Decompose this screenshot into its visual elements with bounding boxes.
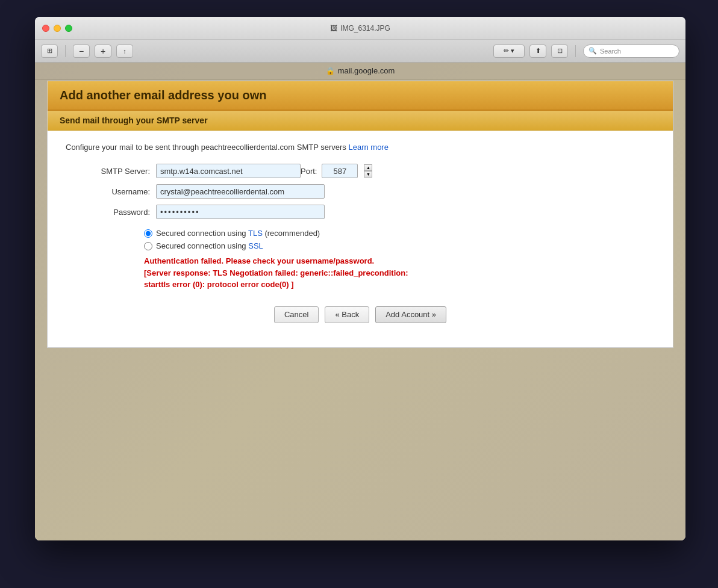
slideshow-button[interactable]: ⊡: [551, 45, 568, 58]
search-icon: 🔍: [588, 47, 597, 55]
url-bar: 🔒 mail.google.com: [35, 63, 685, 79]
dialog-body: Configure your mail to be sent through p…: [48, 131, 673, 347]
annotate-button[interactable]: ✏ ▾: [493, 45, 525, 58]
zoom-out-icon: −: [79, 46, 84, 56]
share-icon: ↑: [123, 48, 126, 55]
tls-radio[interactable]: [144, 229, 152, 238]
password-label: Password:: [78, 208, 150, 217]
smtp-server-row: SMTP Server: Port: ▲ ▼: [78, 164, 655, 178]
toolbar: ⊞ − + ↑ ✏ ▾ ⬆ ⊡ 🔍 Search: [35, 40, 685, 63]
tls-radio-row: Secured connection using TLS (recommende…: [144, 229, 655, 238]
share-button[interactable]: ↑: [116, 45, 133, 58]
password-row: Password:: [78, 205, 655, 219]
error-line-3: starttls error (0): protocol error code(…: [144, 279, 655, 291]
ssl-label: Secured connection using SSL: [156, 241, 263, 250]
gmail-smtp-dialog: Add another email address you own Send m…: [47, 81, 673, 348]
dialog-title: Add another email address you own: [60, 88, 661, 102]
port-input[interactable]: [322, 164, 358, 178]
slideshow-icon: ⊡: [557, 47, 563, 55]
error-line-1: Authentication failed. Please check your…: [144, 255, 655, 267]
add-account-button[interactable]: Add Account »: [375, 306, 446, 323]
tls-label: Secured connection using TLS (recommende…: [156, 229, 320, 238]
ssl-radio[interactable]: [144, 242, 152, 250]
export-button[interactable]: ⬆: [529, 45, 546, 58]
port-label: Port:: [301, 167, 317, 176]
smtp-server-input[interactable]: [156, 164, 301, 178]
dialog-subheader: Send mail through your SMTP server: [48, 111, 673, 131]
error-line-2: [Server response: TLS Negotiation failed…: [144, 267, 655, 279]
tls-link[interactable]: TLS: [248, 229, 263, 238]
sidebar-toggle-button[interactable]: ⊞: [41, 45, 58, 58]
cancel-button[interactable]: Cancel: [274, 306, 319, 323]
learn-more-link[interactable]: Learn more: [348, 143, 388, 152]
dialog-subheader-text: Send mail through your SMTP server: [60, 116, 661, 125]
password-input[interactable]: [156, 205, 325, 219]
url-display: 🔒 mail.google.com: [326, 66, 395, 75]
maximize-button[interactable]: [65, 25, 72, 32]
lock-icon: 🔒: [326, 67, 335, 75]
form-table: SMTP Server: Port: ▲ ▼: [78, 164, 655, 219]
smtp-label: SMTP Server:: [78, 167, 150, 176]
radio-group: Secured connection using TLS (recommende…: [144, 229, 655, 250]
title-bar: 🖼 IMG_6314.JPG: [35, 17, 685, 40]
annotate-icon: ✏ ▾: [504, 47, 514, 55]
preview-window: 🖼 IMG_6314.JPG ⊞ − + ↑ ✏ ▾ ⬆ ⊡ 🔍: [35, 17, 685, 540]
back-button[interactable]: « Back: [325, 306, 369, 323]
content-area: 🔒 mail.google.com Add another email addr…: [35, 63, 685, 540]
dialog-header: Add another email address you own: [48, 81, 673, 111]
toolbar-divider: [65, 45, 66, 57]
search-box: 🔍 Search: [583, 45, 679, 58]
sidebar-icon: ⊞: [47, 47, 52, 55]
zoom-in-icon: +: [101, 46, 105, 56]
traffic-lights: [42, 25, 72, 32]
minimize-button[interactable]: [54, 25, 61, 32]
username-label: Username:: [78, 187, 150, 196]
username-input[interactable]: [156, 184, 325, 199]
zoom-in-button[interactable]: +: [95, 45, 111, 58]
zoom-out-button[interactable]: −: [73, 45, 90, 58]
browser-content: 🔒 mail.google.com Add another email addr…: [35, 63, 685, 540]
export-icon: ⬆: [535, 47, 541, 55]
button-row: Cancel « Back Add Account »: [66, 300, 655, 335]
port-decrement-button[interactable]: ▼: [364, 171, 372, 178]
username-row: Username:: [78, 184, 655, 199]
error-message: Authentication failed. Please check your…: [144, 255, 655, 291]
toolbar-divider-2: [575, 45, 576, 57]
window-title: 🖼 IMG_6314.JPG: [330, 24, 390, 32]
port-group: Port: ▲ ▼: [301, 164, 372, 178]
close-button[interactable]: [42, 25, 49, 32]
file-icon: 🖼: [330, 24, 337, 32]
config-description: Configure your mail to be sent through p…: [66, 143, 655, 152]
ssl-link[interactable]: SSL: [248, 241, 263, 250]
port-increment-button[interactable]: ▲: [364, 164, 372, 171]
port-stepper: ▲ ▼: [364, 164, 372, 178]
ssl-radio-row: Secured connection using SSL: [144, 241, 655, 250]
